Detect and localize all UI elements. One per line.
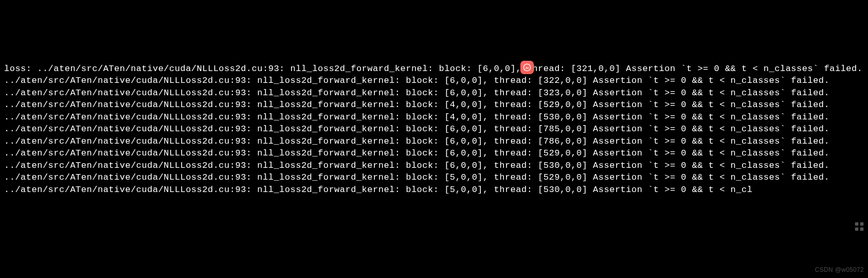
toolbar-icon[interactable] xyxy=(854,197,865,208)
error-line: ../aten/src/ATen/native/cuda/NLLLoss2d.c… xyxy=(4,161,829,170)
error-line: ../aten/src/ATen/native/cuda/NLLLoss2d.c… xyxy=(4,76,829,85)
svg-rect-5 xyxy=(860,228,863,231)
error-line: ../aten/src/ATen/native/cuda/NLLLoss2d.c… xyxy=(4,136,829,146)
svg-rect-4 xyxy=(855,228,858,231)
grid-icon xyxy=(854,221,865,232)
error-line: ../aten/src/ATen/native/cuda/NLLLoss2d.c… xyxy=(4,88,829,98)
error-line: ../aten/src/ATen/native/cuda/NLLLoss2d.c… xyxy=(4,148,829,158)
error-line: ../aten/src/ATen/native/cuda/NLLLoss2d.c… xyxy=(4,112,829,122)
error-line: loss: ../aten/src/ATen/native/cuda/NLLLo… xyxy=(4,64,862,74)
error-line: ../aten/src/ATen/native/cuda/NLLLoss2d.c… xyxy=(4,172,829,182)
error-line: ../aten/src/ATen/native/cuda/NLLLoss2d.c… xyxy=(4,185,752,195)
svg-rect-2 xyxy=(855,222,858,225)
svg-text:AI: AI xyxy=(526,66,529,70)
svg-rect-3 xyxy=(860,222,863,225)
error-line: ../aten/src/ATen/native/cuda/NLLLoss2d.c… xyxy=(4,124,829,134)
ai-assistant-badge[interactable]: AI xyxy=(520,61,534,74)
ai-icon: AI xyxy=(523,63,531,72)
watermark-text: CSDN @w05072 xyxy=(815,264,864,276)
terminal-output[interactable]: loss: ../aten/src/ATen/native/cuda/NLLLo… xyxy=(4,50,864,196)
error-line: ../aten/src/ATen/native/cuda/NLLLoss2d.c… xyxy=(4,100,829,110)
